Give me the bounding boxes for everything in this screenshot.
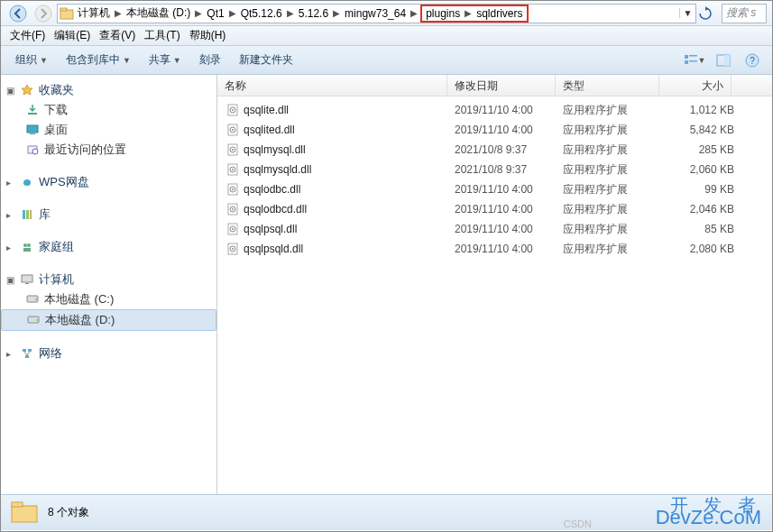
nav-forward-button[interactable] (32, 4, 55, 23)
breadcrumb-segment[interactable]: Qt5.12.6 (239, 7, 284, 20)
file-type: 应用程序扩展 (563, 202, 667, 217)
help-button[interactable]: ? (740, 50, 765, 71)
svg-rect-22 (23, 248, 31, 252)
library-icon (19, 208, 35, 221)
sidebar-item-drive-d[interactable]: 本地磁盘 (D:) (1, 309, 216, 331)
sidebar-item-drive-c[interactable]: 本地磁盘 (C:) (1, 289, 216, 309)
view-options-button[interactable]: ▼ (682, 50, 707, 71)
svg-rect-29 (23, 349, 26, 352)
sidebar-network[interactable]: ▸ 网络 (1, 344, 216, 363)
file-row[interactable]: qsqlmysqld.dll2021/10/8 9:37应用程序扩展2,060 … (217, 160, 772, 179)
breadcrumb-segments: 计算机▶本地磁盘 (D:)▶Qt1▶Qt5.12.6▶5.12.6▶mingw7… (76, 5, 529, 23)
sidebar-item-desktop[interactable]: 桌面 (1, 120, 216, 140)
chevron-right-icon: ▶ (465, 8, 472, 18)
file-row[interactable]: qsqlodbc.dll2019/11/10 4:00应用程序扩展99 KB (217, 179, 772, 199)
menu-view[interactable]: 查看(V) (96, 26, 139, 45)
breadcrumb-segment[interactable]: plugins (424, 7, 462, 20)
file-row[interactable]: qsqlodbcd.dll2019/11/10 4:00应用程序扩展2,046 … (217, 199, 772, 219)
file-row[interactable]: qsqlpsqld.dll2019/11/10 4:00应用程序扩展2,080 … (217, 239, 772, 259)
svg-rect-57 (12, 502, 23, 507)
file-row[interactable]: qsqlited.dll2019/11/10 4:00应用程序扩展5,842 K… (217, 120, 772, 140)
chevron-right-icon: ▶ (333, 8, 340, 18)
sidebar-library[interactable]: ▸ 库 (1, 205, 216, 225)
toolbar-share[interactable]: 共享▼ (142, 50, 189, 70)
file-row[interactable]: qsqlpsql.dll2019/11/10 4:00应用程序扩展85 KB (217, 219, 772, 239)
sidebar-favorites[interactable]: ▣ 收藏夹 (1, 80, 216, 100)
address-bar[interactable]: 计算机▶本地磁盘 (D:)▶Qt1▶Qt5.12.6▶5.12.6▶mingw7… (57, 4, 696, 23)
column-header-date[interactable]: 修改日期 (447, 75, 556, 96)
svg-point-0 (10, 5, 26, 22)
menu-tools[interactable]: 工具(T) (141, 26, 183, 45)
svg-point-21 (27, 243, 31, 247)
file-type: 应用程序扩展 (563, 103, 667, 118)
file-row[interactable]: qsqlite.dll2019/11/10 4:00应用程序扩展1,012 KB (217, 100, 772, 120)
toolbar-burn[interactable]: 刻录 (192, 50, 228, 70)
file-size: 99 KB (667, 183, 734, 196)
svg-point-43 (232, 169, 234, 170)
breadcrumb-highlight: plugins▶sqldrivers (420, 5, 528, 23)
desktop-icon (24, 124, 41, 136)
column-header-name[interactable]: 名称 (217, 75, 447, 96)
svg-text:?: ? (750, 56, 755, 66)
dll-icon (225, 183, 241, 196)
svg-rect-12 (28, 113, 37, 115)
address-dropdown-button[interactable]: ▼ (679, 8, 695, 18)
sidebar-homegroup[interactable]: ▸ 家庭组 (1, 237, 216, 257)
menu-edit[interactable]: 编辑(E) (51, 26, 94, 45)
svg-point-26 (35, 298, 37, 300)
dll-icon (225, 163, 241, 176)
sidebar-wps[interactable]: ▸ WPS网盘 (1, 172, 216, 192)
wps-icon (19, 176, 35, 188)
toolbar-newfolder[interactable]: 新建文件夹 (232, 50, 300, 70)
file-size: 2,046 KB (667, 203, 734, 216)
file-size: 85 KB (667, 223, 734, 235)
download-icon (24, 104, 41, 116)
chevron-right-icon: ▶ (410, 8, 418, 18)
svg-point-55 (232, 248, 234, 250)
svg-rect-6 (685, 60, 688, 64)
statusbar: 8 个对象 (1, 494, 772, 530)
file-date: 2019/11/10 4:00 (455, 104, 563, 116)
file-date: 2019/11/10 4:00 (455, 243, 563, 255)
file-row[interactable]: qsqlmysql.dll2021/10/8 9:37应用程序扩展285 KB (217, 140, 772, 160)
toolbar-include[interactable]: 包含到库中▼ (59, 50, 138, 70)
computer-icon (19, 273, 35, 286)
collapse-icon: ▣ (6, 86, 19, 96)
svg-point-34 (232, 109, 234, 111)
dll-icon (225, 104, 241, 116)
file-date: 2021/10/8 9:37 (455, 163, 563, 176)
breadcrumb-segment[interactable]: 5.12.6 (297, 7, 330, 20)
menu-file[interactable]: 文件(F) (6, 26, 49, 45)
file-size: 1,012 KB (667, 104, 734, 116)
breadcrumb-segment[interactable]: sqldrivers (474, 7, 524, 20)
sidebar-item-recent[interactable]: 最近访问的位置 (1, 140, 216, 160)
titlebar: 计算机▶本地磁盘 (D:)▶Qt1▶Qt5.12.6▶5.12.6▶mingw7… (1, 1, 772, 26)
search-input[interactable]: 搜索 s (722, 4, 767, 23)
column-header-type[interactable]: 类型 (556, 75, 659, 96)
svg-point-49 (232, 208, 234, 210)
svg-rect-7 (689, 60, 697, 62)
drive-icon (25, 316, 41, 325)
svg-rect-13 (27, 125, 38, 133)
preview-pane-button[interactable] (711, 50, 736, 71)
menu-help[interactable]: 帮助(H) (186, 26, 230, 45)
breadcrumb-segment[interactable]: 本地磁盘 (D:) (124, 5, 192, 21)
nav-back-button[interactable] (6, 4, 30, 23)
sidebar-computer[interactable]: ▣ 计算机 (1, 270, 216, 289)
toolbar: 组织▼ 包含到库中▼ 共享▼ 刻录 新建文件夹 ▼ ? (1, 46, 772, 75)
star-icon (19, 84, 35, 96)
sidebar-item-downloads[interactable]: 下载 (1, 100, 216, 120)
toolbar-organize[interactable]: 组织▼ (8, 50, 55, 70)
breadcrumb-segment[interactable]: mingw73_64 (343, 7, 408, 20)
refresh-button[interactable] (698, 6, 720, 21)
breadcrumb-segment[interactable]: 计算机 (76, 5, 112, 21)
file-name: qsqlited.dll (244, 124, 455, 136)
column-header-size[interactable]: 大小 (659, 75, 732, 96)
folder-icon (58, 7, 76, 20)
file-size: 285 KB (667, 143, 734, 156)
breadcrumb-segment[interactable]: Qt1 (205, 7, 225, 20)
svg-rect-4 (685, 55, 688, 59)
file-type: 应用程序扩展 (563, 162, 667, 178)
file-date: 2019/11/10 4:00 (455, 124, 563, 136)
file-type: 应用程序扩展 (563, 242, 667, 257)
